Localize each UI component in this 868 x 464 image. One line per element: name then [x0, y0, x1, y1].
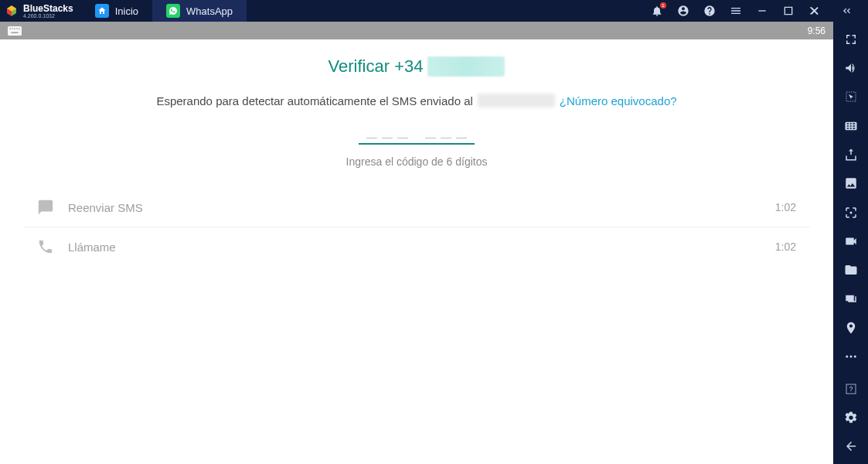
resend-label: Reenviar SMS [68, 201, 143, 214]
menu-icon[interactable] [730, 5, 742, 17]
svg-rect-0 [8, 26, 22, 36]
cursor-lock-icon[interactable] [838, 84, 864, 110]
help-icon[interactable] [703, 5, 716, 17]
tab-whatsapp[interactable]: WhatsApp [152, 0, 247, 22]
whatsapp-icon [166, 4, 180, 18]
location-pin-icon[interactable] [838, 315, 864, 340]
brand-name: BlueStacks [23, 4, 73, 13]
brand-version: 4.260.0.1032 [23, 13, 73, 19]
code-hint: Ingresa el código de 6 dígitos [346, 155, 488, 168]
notification-badge: 1 [660, 2, 666, 9]
locate-icon[interactable] [838, 200, 864, 225]
verify-title-text: Verificar +34 [328, 56, 424, 77]
brand: BlueStacks 4.260.0.1032 [23, 4, 73, 19]
redacted-number [427, 56, 505, 77]
verify-title: Verificar +34 [328, 56, 505, 77]
svg-rect-1 [9, 28, 11, 29]
svg-rect-6 [12, 32, 19, 33]
record-icon[interactable] [838, 228, 864, 254]
title-bar: BlueStacks 4.260.0.1032 Inicio WhatsApp … [0, 0, 868, 22]
verify-sub-text: Esperando para detectar automáticamente … [156, 94, 472, 107]
svg-text:?: ? [849, 386, 853, 393]
keyboard-icon [8, 26, 22, 36]
settings-icon[interactable] [838, 404, 864, 430]
minimize-icon[interactable] [756, 5, 768, 17]
keyboard-controls-icon[interactable] [838, 113, 864, 138]
svg-rect-4 [16, 28, 18, 29]
svg-rect-3 [14, 28, 15, 29]
resend-sms-row[interactable]: Reenviar SMS 1:02 [23, 188, 810, 227]
volume-icon[interactable] [838, 55, 864, 80]
status-time: 9:56 [808, 26, 825, 36]
tab-label: Inicio [115, 5, 138, 17]
install-apk-icon[interactable] [838, 142, 864, 167]
account-icon[interactable] [677, 5, 689, 17]
maximize-icon[interactable] [782, 5, 795, 17]
tab-label: WhatsApp [186, 5, 233, 17]
collapse-rail-icon[interactable] [829, 0, 863, 22]
more-icon[interactable] [838, 344, 864, 370]
screenshot-icon[interactable] [838, 171, 864, 196]
verify-subtitle: Esperando para detectar automáticamente … [156, 94, 676, 107]
help-box-icon[interactable]: ? [838, 376, 864, 401]
code-input[interactable] [359, 129, 475, 145]
tabs: Inicio WhatsApp [81, 0, 247, 22]
resend-timer: 1:02 [775, 201, 796, 213]
back-icon[interactable] [838, 434, 864, 459]
call-label: Llámame [68, 241, 116, 254]
sms-icon [37, 199, 54, 216]
redacted-number-small [478, 94, 555, 107]
whatsapp-verify-screen: Verificar +34 Esperando para detectar au… [0, 39, 833, 464]
svg-rect-5 [19, 28, 20, 29]
svg-rect-2 [12, 28, 13, 29]
svg-point-10 [853, 356, 856, 358]
svg-point-9 [849, 356, 852, 358]
title-bar-actions: 1 [651, 5, 829, 17]
call-timer: 1:02 [775, 241, 796, 253]
wrong-number-link[interactable]: ¿Número equivocado? [560, 94, 677, 107]
svg-point-8 [846, 356, 848, 358]
close-icon[interactable] [808, 5, 821, 17]
bluestacks-logo-icon [5, 4, 19, 18]
fullscreen-icon[interactable] [838, 26, 864, 52]
svg-point-7 [849, 211, 852, 213]
verify-options: Reenviar SMS 1:02 Llámame 1:02 [23, 188, 810, 266]
side-rail: ? [833, 22, 868, 464]
folder-icon[interactable] [838, 258, 864, 283]
home-icon [95, 4, 109, 18]
call-me-row[interactable]: Llámame 1:02 [23, 227, 810, 266]
notifications-icon[interactable]: 1 [651, 5, 663, 17]
phone-icon [37, 238, 54, 255]
android-status-bar: 9:56 [0, 22, 833, 39]
multi-instance-icon[interactable] [838, 286, 864, 312]
tab-home[interactable]: Inicio [81, 0, 152, 22]
app-viewport: 9:56 Verificar +34 Esperando para detect… [0, 22, 833, 464]
